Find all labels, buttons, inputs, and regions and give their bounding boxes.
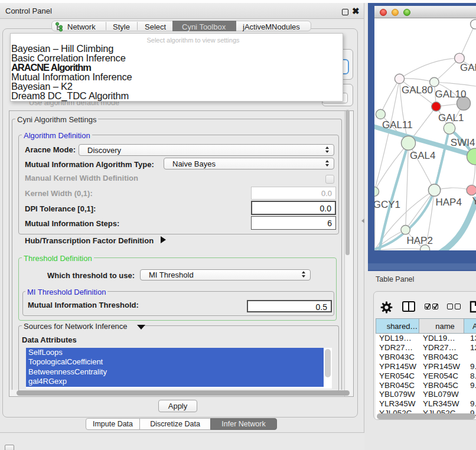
svg-text:GAL80: GAL80 <box>402 84 433 96</box>
svg-text:SWI4: SWI4 <box>451 137 475 148</box>
svg-text:GAL10: GAL10 <box>435 89 467 100</box>
svg-text:HAP2: HAP2 <box>407 235 433 246</box>
svg-text:GAL4: GAL4 <box>410 150 435 161</box>
svg-text:GAL11: GAL11 <box>382 119 413 131</box>
svg-text:GCY1: GCY1 <box>374 199 400 210</box>
svg-text:GAL2: GAL2 <box>460 62 476 73</box>
svg-text:HAP4: HAP4 <box>436 197 462 208</box>
svg-text:YM: YM <box>472 195 476 207</box>
svg-text:GAL1: GAL1 <box>438 112 464 123</box>
